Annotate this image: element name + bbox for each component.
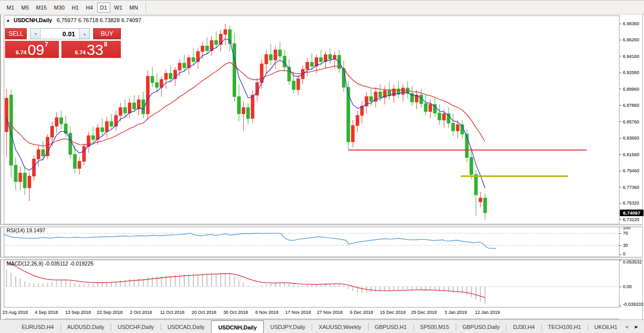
macd-axis-label: 0.00 [623, 284, 632, 289]
candle-body [297, 79, 300, 90]
candle [401, 84, 404, 101]
candle-body [269, 54, 272, 60]
candle-body [224, 30, 227, 34]
price-axis-label: 6.87860 [623, 103, 639, 108]
candle [329, 48, 332, 64]
rsi-tick [619, 233, 621, 234]
candle-body [69, 134, 72, 155]
price-tick [619, 40, 621, 40]
chart-tab-eurusd[interactable]: EURUSD,H4 [15, 320, 60, 333]
price-tick [619, 73, 621, 73]
date-axis-label: 2 Oct 2018 [130, 310, 152, 315]
volume-input[interactable]: 0.01 [41, 29, 79, 39]
candle-body [247, 108, 250, 119]
sell-button[interactable]: SELL [5, 28, 27, 39]
candle [142, 92, 145, 119]
candle [483, 193, 486, 220]
macd-signal-line [7, 262, 485, 298]
candle-body [265, 54, 268, 64]
candle [406, 81, 409, 98]
candle-body [251, 95, 254, 118]
rsi-tick [619, 245, 621, 246]
candle-body [474, 175, 477, 195]
candle [219, 30, 222, 51]
candle [415, 90, 418, 109]
candle [19, 167, 22, 190]
price-tick [619, 187, 621, 187]
chart-ohlc-values: 6.75977 6.76718 6.73828 6.74097 [56, 17, 141, 23]
price-axis-label: 6.79460 [623, 168, 639, 173]
candle-body [132, 103, 135, 109]
volume-decrease-button[interactable]: ▼ [31, 29, 41, 39]
rsi-indicator-label: RSI(14) 19.1497 [7, 227, 45, 233]
candle [192, 48, 195, 65]
candle [105, 117, 108, 137]
candle [5, 89, 8, 157]
candle-body [74, 154, 77, 168]
candle-body [238, 97, 241, 114]
macd-tick [619, 287, 621, 287]
candle [147, 70, 150, 120]
tab-scroll-right-icon[interactable]: ► [634, 324, 639, 329]
volume-increase-button[interactable]: ▲ [79, 29, 89, 39]
candle-body [128, 103, 131, 113]
candle [69, 126, 72, 159]
rsi-line [4, 233, 496, 248]
chart-tab-dj30[interactable]: DJ30,H4 [507, 320, 541, 333]
price-axis-label: 6.96260 [623, 37, 639, 42]
tab-scroll-left-icon[interactable]: ◄ [624, 324, 629, 329]
current-price-tag: 6.74097 [620, 210, 643, 216]
date-axis-label: 27 Nov 2018 [317, 310, 342, 315]
collapse-triangle-icon[interactable]: ▲ [6, 18, 10, 23]
candle [187, 54, 190, 75]
chart-tab-xauusd[interactable]: XAUUSD,Weekly [312, 320, 368, 333]
chart-tab-ukoil[interactable]: UKOil,H1 [588, 320, 624, 333]
chart-tab-tech100[interactable]: TECH100,H1 [541, 320, 587, 333]
chart-tab-sp500[interactable]: SP500,M15 [413, 320, 455, 333]
candle-body [274, 50, 277, 60]
chart-tab-usdchf[interactable]: USDCHF,Daily [111, 320, 161, 333]
macd-axis-label: 0.053532 [623, 259, 642, 264]
sell-price-display[interactable]: 6.74097 [5, 41, 59, 58]
chart-tab-usdcad[interactable]: USDCAD,Daily [161, 320, 211, 333]
candle-body [351, 125, 354, 142]
price-tick [619, 203, 621, 204]
candle-body [101, 128, 104, 132]
buy-button[interactable]: BUY [93, 28, 121, 39]
candle [452, 114, 455, 136]
chart-tab-gbpusd[interactable]: GBPUSD,H1 [368, 320, 413, 333]
rsi-panel-splitter[interactable] [0, 224, 643, 227]
price-axis-label: 6.77360 [623, 185, 639, 190]
candle-body [278, 50, 281, 56]
candle [210, 36, 213, 56]
candle [205, 37, 208, 54]
candle-body [105, 121, 108, 131]
chart-tab-audusd[interactable]: AUDUSD,Daily [60, 320, 111, 333]
candle [361, 101, 364, 123]
rsi-axis-label: 0 [623, 251, 625, 256]
chart-tab-usdjpy[interactable]: USDJPY,Daily [264, 320, 312, 333]
chart-tab-gbpusd[interactable]: GBPUSD,Daily [456, 320, 506, 333]
candle-body [233, 44, 236, 97]
price-axis-label: 6.83660 [623, 136, 639, 141]
candle-body [87, 136, 90, 147]
sell-price-main: 09 [28, 43, 44, 57]
buy-price-display[interactable]: 6.74338 [61, 41, 121, 58]
candle-body [156, 83, 159, 87]
chart-tab-usdcnh[interactable]: USDCNH,Daily [211, 320, 263, 333]
candle [151, 67, 154, 87]
candle-body [169, 73, 172, 79]
candle-body [483, 198, 486, 213]
price-tick [619, 171, 621, 171]
macd-panel-splitter[interactable] [0, 257, 643, 260]
candle-body [443, 114, 446, 120]
candle [324, 51, 327, 69]
candle [128, 98, 131, 118]
candle [78, 158, 81, 175]
candle [114, 111, 117, 131]
rsi-tick [619, 254, 621, 255]
candle [306, 58, 309, 77]
rsi-panel-frame [4, 227, 619, 257]
date-axis-label: 20 Oct 2018 [191, 310, 216, 315]
candle [238, 84, 241, 121]
